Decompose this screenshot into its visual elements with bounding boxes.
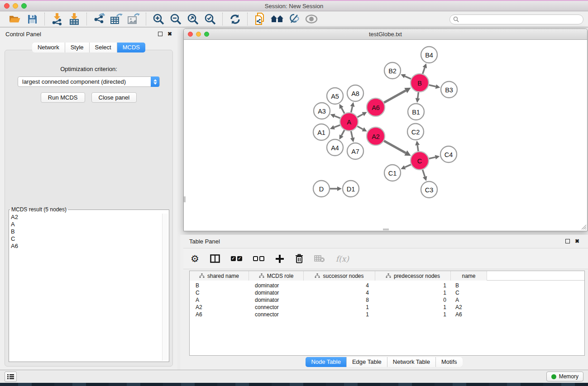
session-home-button[interactable] (268, 12, 286, 26)
table-cell[interactable]: 1 (304, 311, 375, 318)
optimization-criterion-select[interactable]: largest connected component (directed) (18, 76, 160, 87)
refresh-view-button[interactable] (226, 12, 244, 26)
tab-style[interactable]: Style (65, 43, 90, 52)
graph-node-A[interactable]: A (340, 113, 358, 131)
save-session-button[interactable] (24, 12, 41, 26)
network-canvas[interactable]: B4B2BB3A8A5A6A3B1AC2A1A2A4A7C4CC1C3DD1 (184, 40, 587, 230)
add-column-button[interactable] (275, 252, 284, 266)
graph-node-C2[interactable]: C2 (407, 124, 424, 140)
graph-node-B2[interactable]: B2 (384, 62, 401, 79)
table-cell[interactable]: dominator (249, 282, 304, 289)
graph-node-B1[interactable]: B1 (408, 104, 424, 120)
graph-node-D[interactable]: D (313, 181, 330, 197)
graph-node-A2[interactable]: A2 (367, 127, 385, 145)
edge-A-A7[interactable] (350, 131, 355, 143)
edge-B-B3[interactable] (429, 84, 440, 89)
tab-network-table[interactable]: Network Table (387, 357, 436, 367)
table-cell[interactable]: 1 (375, 311, 451, 318)
zoom-out-button[interactable] (167, 12, 184, 26)
mcds-result-item[interactable]: B (11, 228, 162, 235)
import-table-button[interactable] (66, 12, 83, 26)
graph-node-A6[interactable]: A6 (367, 98, 385, 116)
zoom-in-button[interactable] (150, 12, 167, 26)
mcds-result-item[interactable]: A6 (11, 243, 162, 250)
table-cell[interactable]: 0 (375, 297, 451, 303)
column-header-mcds-role[interactable]: MCDS role (249, 271, 304, 281)
edge-A-A6[interactable] (357, 112, 367, 117)
table-cell[interactable]: 1 (375, 282, 451, 289)
tab-motifs[interactable]: Motifs (436, 357, 463, 367)
deselect-all-rows-button[interactable] (253, 252, 264, 266)
graph-node-B3[interactable]: B3 (441, 81, 457, 98)
memory-button[interactable]: Memory (546, 372, 583, 381)
table-cell[interactable]: 8 (304, 297, 375, 303)
delete-column-button[interactable] (295, 252, 303, 266)
graph-node-B4[interactable]: B4 (421, 47, 437, 63)
console-button[interactable] (5, 372, 17, 382)
mcds-result-scrollbar[interactable] (162, 214, 168, 361)
delete-table-button[interactable] (314, 252, 325, 266)
table-cell[interactable]: B (190, 282, 249, 289)
mcds-result-item[interactable]: A2 (11, 214, 162, 221)
edge-C-C2[interactable] (415, 141, 420, 151)
edge-A-A2[interactable] (357, 126, 367, 131)
table-row[interactable]: Bdominator41B (190, 282, 584, 289)
table-cell[interactable]: 1 (375, 290, 451, 296)
edge-A-A3[interactable] (330, 114, 340, 118)
select-all-rows-button[interactable]: ✓✓ (231, 252, 242, 266)
edge-B-B1[interactable] (416, 92, 420, 103)
table-cell[interactable]: dominator (249, 297, 304, 303)
graph-node-A1[interactable]: A1 (313, 124, 330, 140)
zoom-selected-button[interactable] (201, 12, 219, 26)
export-network-button[interactable] (91, 12, 108, 26)
graph-node-C[interactable]: C (411, 152, 429, 170)
edge-B-B4[interactable] (423, 63, 427, 74)
close-panel-icon[interactable]: ✖ (167, 32, 172, 36)
hide-graphics-details-button[interactable] (286, 12, 303, 26)
column-header-predecessor-nodes[interactable]: predecessor nodes (375, 271, 451, 281)
tab-select[interactable]: Select (90, 43, 117, 52)
table-settings-button[interactable]: ⚙ (191, 252, 199, 266)
vertical-scroll-thumb[interactable] (184, 196, 186, 202)
column-header-name[interactable]: name (451, 271, 487, 281)
graph-node-C3[interactable]: C3 (421, 181, 437, 198)
function-builder-button[interactable]: f(x) (336, 252, 349, 266)
graph-node-C1[interactable]: C1 (384, 165, 401, 181)
table-cell[interactable]: 4 (304, 282, 375, 289)
graph-node-A7[interactable]: A7 (347, 143, 363, 159)
edge-A-A8[interactable] (350, 102, 355, 113)
zoom-fit-button[interactable] (184, 12, 201, 26)
table-cell[interactable]: connector (249, 311, 304, 318)
edge-C-C3[interactable] (423, 170, 427, 181)
graph-node-B[interactable]: B (411, 74, 429, 92)
edge-A6-B[interactable] (384, 88, 411, 103)
tab-node-table[interactable]: Node Table (306, 357, 347, 367)
horizontal-scroll-thumb[interactable] (383, 229, 389, 230)
table-row[interactable]: A2connector11A2 (190, 304, 584, 311)
import-network-button[interactable] (48, 12, 66, 26)
graph-node-A5[interactable]: A5 (327, 88, 343, 104)
float-table-panel-icon[interactable] (565, 239, 570, 243)
graph-node-A4[interactable]: A4 (327, 139, 343, 156)
edge-A2-C[interactable] (384, 141, 411, 156)
table-cell[interactable]: A2 (451, 304, 487, 310)
graph-node-C4[interactable]: C4 (440, 146, 457, 162)
column-header-shared-name[interactable]: shared name (190, 271, 249, 281)
clone-network-button[interactable] (251, 12, 268, 26)
table-cell[interactable]: connector (249, 304, 304, 310)
table-cell[interactable]: A6 (190, 311, 249, 318)
table-cell[interactable]: A (190, 297, 249, 303)
column-header-successor-nodes[interactable]: successor nodes (304, 271, 375, 281)
table-cell[interactable]: 1 (304, 304, 375, 310)
edge-B-B2[interactable] (401, 74, 411, 79)
mcds-result-item[interactable]: C (11, 235, 162, 243)
export-table-button[interactable] (108, 12, 125, 26)
edge-A-A1[interactable] (330, 125, 340, 129)
table-cell[interactable]: A6 (451, 311, 487, 318)
mcds-result-item[interactable]: A (11, 221, 162, 228)
table-cell[interactable]: 4 (304, 290, 375, 296)
search-input[interactable] (449, 14, 583, 24)
edge-D-D1[interactable] (330, 186, 342, 191)
edge-A-A5[interactable] (339, 104, 344, 114)
edge-C-C4[interactable] (429, 155, 440, 160)
